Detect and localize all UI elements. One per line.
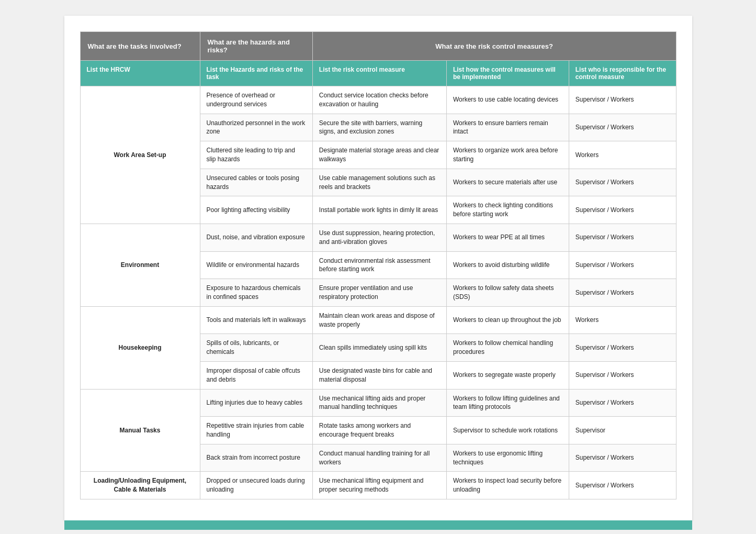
- implementation-cell: Workers to follow chemical handling proc…: [446, 334, 569, 362]
- control-cell: Conduct manual handling training for all…: [312, 444, 446, 472]
- control-cell: Maintain clean work areas and dispose of…: [312, 306, 446, 334]
- responsible-cell: Supervisor / Workers: [569, 389, 676, 417]
- responsible-cell: Supervisor / Workers: [569, 86, 676, 114]
- hazard-cell: Lifting injuries due to heavy cables: [200, 389, 312, 417]
- responsible-cell: Supervisor / Workers: [569, 472, 676, 499]
- control-cell: Conduct service location checks before e…: [312, 86, 446, 114]
- h1-col1: What are the tasks involved?: [80, 32, 200, 61]
- hazard-cell: Wildlife or environmental hazards: [200, 251, 312, 279]
- hazard-cell: Back strain from incorrect posture: [200, 444, 312, 472]
- category-cell: Work Area Set-up: [80, 86, 200, 224]
- h2-col2: List the Hazards and risks of the task: [200, 61, 312, 86]
- control-cell: Secure the site with barriers, warning s…: [312, 114, 446, 141]
- responsible-cell: Workers: [569, 306, 676, 334]
- implementation-cell: Workers to segregate waste properly: [446, 361, 569, 389]
- hazard-cell: Repetitive strain injuries from cable ha…: [200, 417, 312, 444]
- hazard-cell: Improper disposal of cable offcuts and d…: [200, 361, 312, 389]
- responsible-cell: Supervisor / Workers: [569, 334, 676, 362]
- responsible-cell: Supervisor / Workers: [569, 169, 676, 196]
- implementation-cell: Workers to check lighting conditions bef…: [446, 196, 569, 224]
- hazard-cell: Tools and materials left in walkways: [200, 306, 312, 334]
- implementation-cell: Workers to use ergonomic lifting techniq…: [446, 444, 569, 472]
- risk-table: What are the tasks involved? What are th…: [80, 31, 676, 499]
- header-row-2: List the HRCW List the Hazards and risks…: [80, 61, 676, 86]
- implementation-cell: Workers to ensure barriers remain intact: [446, 114, 569, 141]
- category-cell: Loading/Unloading Equipment, Cable & Mat…: [80, 472, 200, 499]
- implementation-cell: Workers to wear PPE at all times: [446, 224, 569, 251]
- control-cell: Ensure proper ventilation and use respir…: [312, 279, 446, 307]
- responsible-cell: Supervisor / Workers: [569, 196, 676, 224]
- hazard-cell: Poor lighting affecting visibility: [200, 196, 312, 224]
- h2-col3: List the risk control measure: [312, 61, 446, 86]
- responsible-cell: Supervisor / Workers: [569, 361, 676, 389]
- h2-col4: List how the control measures will be im…: [446, 61, 569, 86]
- control-cell: Designate material storage areas and cle…: [312, 141, 446, 169]
- hazard-cell: Presence of overhead or underground serv…: [200, 86, 312, 114]
- hazard-cell: Unauthorized personnel in the work zone: [200, 114, 312, 141]
- category-cell: Manual Tasks: [80, 389, 200, 472]
- category-cell: Housekeeping: [80, 306, 200, 389]
- control-cell: Clean spills immediately using spill kit…: [312, 334, 446, 362]
- hazard-cell: Exposure to hazardous chemicals in confi…: [200, 279, 312, 307]
- table-row: EnvironmentDust, noise, and vibration ex…: [80, 224, 676, 251]
- implementation-cell: Workers to secure materials after use: [446, 169, 569, 196]
- control-cell: Use cable management solutions such as r…: [312, 169, 446, 196]
- control-cell: Use mechanical lifting equipment and pro…: [312, 472, 446, 499]
- control-cell: Conduct environmental risk assessment be…: [312, 251, 446, 279]
- hazard-cell: Spills of oils, lubricants, or chemicals: [200, 334, 312, 362]
- h2-col5: List who is responsible for the control …: [569, 61, 676, 86]
- h2-col1: List the HRCW: [80, 61, 200, 86]
- table-row: Work Area Set-upPresence of overhead or …: [80, 86, 676, 114]
- table-row: Loading/Unloading Equipment, Cable & Mat…: [80, 472, 676, 499]
- implementation-cell: Workers to organize work area before sta…: [446, 141, 569, 169]
- implementation-cell: Workers to use cable locating devices: [446, 86, 569, 114]
- bottom-bar: [64, 520, 692, 530]
- h1-col3: What are the risk control measures?: [312, 32, 676, 61]
- implementation-cell: Workers to follow safety data sheets (SD…: [446, 279, 569, 307]
- control-cell: Use dust suppression, hearing protection…: [312, 224, 446, 251]
- responsible-cell: Supervisor / Workers: [569, 114, 676, 141]
- control-cell: Use mechanical lifting aids and proper m…: [312, 389, 446, 417]
- implementation-cell: Supervisor to schedule work rotations: [446, 417, 569, 444]
- category-cell: Environment: [80, 224, 200, 306]
- implementation-cell: Workers to follow lifting guidelines and…: [446, 389, 569, 417]
- control-cell: Install portable work lights in dimly li…: [312, 196, 446, 224]
- hazard-cell: Cluttered site leading to trip and slip …: [200, 141, 312, 169]
- h1-col2: What are the hazards and risks?: [200, 32, 312, 61]
- implementation-cell: Workers to inspect load security before …: [446, 472, 569, 499]
- control-cell: Use designated waste bins for cable and …: [312, 361, 446, 389]
- responsible-cell: Supervisor / Workers: [569, 224, 676, 251]
- hazard-cell: Dropped or unsecured loads during unload…: [200, 472, 312, 499]
- responsible-cell: Supervisor / Workers: [569, 444, 676, 472]
- implementation-cell: Workers to clean up throughout the job: [446, 306, 569, 334]
- table-row: HousekeepingTools and materials left in …: [80, 306, 676, 334]
- responsible-cell: Workers: [569, 141, 676, 169]
- hazard-cell: Unsecured cables or tools posing hazards: [200, 169, 312, 196]
- implementation-cell: Workers to avoid disturbing wildlife: [446, 251, 569, 279]
- responsible-cell: Supervisor: [569, 417, 676, 444]
- header-row-1: What are the tasks involved? What are th…: [80, 32, 676, 61]
- hazard-cell: Dust, noise, and vibration exposure: [200, 224, 312, 251]
- table-row: Manual TasksLifting injuries due to heav…: [80, 389, 676, 417]
- responsible-cell: Supervisor / Workers: [569, 251, 676, 279]
- responsible-cell: Supervisor / Workers: [569, 279, 676, 307]
- control-cell: Rotate tasks among workers and encourage…: [312, 417, 446, 444]
